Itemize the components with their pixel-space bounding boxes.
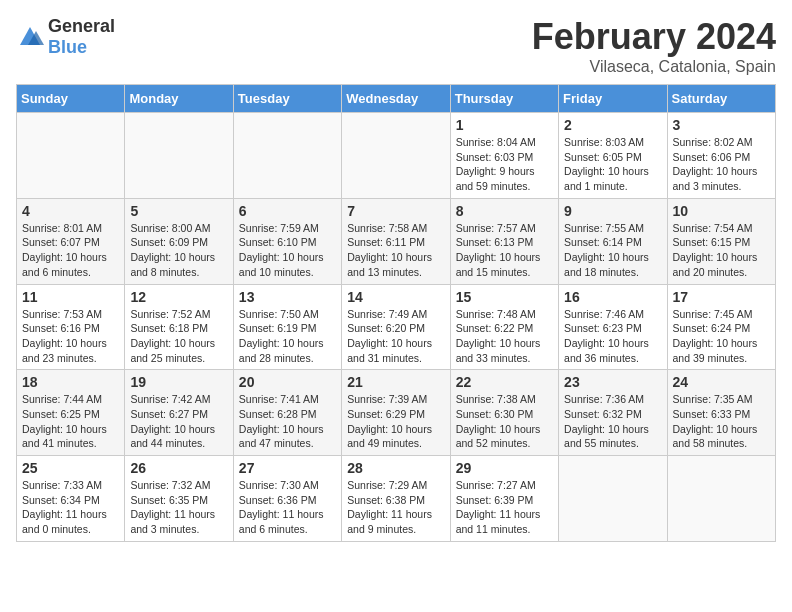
- day-info: Sunrise: 7:57 AM Sunset: 6:13 PM Dayligh…: [456, 221, 553, 280]
- header-cell-wednesday: Wednesday: [342, 85, 450, 113]
- week-row-1: 4Sunrise: 8:01 AM Sunset: 6:07 PM Daylig…: [17, 198, 776, 284]
- day-info: Sunrise: 7:50 AM Sunset: 6:19 PM Dayligh…: [239, 307, 336, 366]
- day-cell: 16Sunrise: 7:46 AM Sunset: 6:23 PM Dayli…: [559, 284, 667, 370]
- day-number: 3: [673, 117, 770, 133]
- day-info: Sunrise: 7:59 AM Sunset: 6:10 PM Dayligh…: [239, 221, 336, 280]
- day-cell: [559, 456, 667, 542]
- day-cell: 29Sunrise: 7:27 AM Sunset: 6:39 PM Dayli…: [450, 456, 558, 542]
- day-cell: 3Sunrise: 8:02 AM Sunset: 6:06 PM Daylig…: [667, 113, 775, 199]
- day-number: 20: [239, 374, 336, 390]
- header-cell-tuesday: Tuesday: [233, 85, 341, 113]
- day-info: Sunrise: 7:30 AM Sunset: 6:36 PM Dayligh…: [239, 478, 336, 537]
- day-cell: [667, 456, 775, 542]
- day-cell: 24Sunrise: 7:35 AM Sunset: 6:33 PM Dayli…: [667, 370, 775, 456]
- header-row: SundayMondayTuesdayWednesdayThursdayFrid…: [17, 85, 776, 113]
- day-cell: 5Sunrise: 8:00 AM Sunset: 6:09 PM Daylig…: [125, 198, 233, 284]
- day-info: Sunrise: 7:55 AM Sunset: 6:14 PM Dayligh…: [564, 221, 661, 280]
- day-cell: 7Sunrise: 7:58 AM Sunset: 6:11 PM Daylig…: [342, 198, 450, 284]
- day-info: Sunrise: 7:53 AM Sunset: 6:16 PM Dayligh…: [22, 307, 119, 366]
- day-cell: 21Sunrise: 7:39 AM Sunset: 6:29 PM Dayli…: [342, 370, 450, 456]
- day-info: Sunrise: 8:01 AM Sunset: 6:07 PM Dayligh…: [22, 221, 119, 280]
- day-info: Sunrise: 7:42 AM Sunset: 6:27 PM Dayligh…: [130, 392, 227, 451]
- day-cell: 14Sunrise: 7:49 AM Sunset: 6:20 PM Dayli…: [342, 284, 450, 370]
- day-info: Sunrise: 7:54 AM Sunset: 6:15 PM Dayligh…: [673, 221, 770, 280]
- day-number: 16: [564, 289, 661, 305]
- day-number: 6: [239, 203, 336, 219]
- day-number: 27: [239, 460, 336, 476]
- week-row-4: 25Sunrise: 7:33 AM Sunset: 6:34 PM Dayli…: [17, 456, 776, 542]
- day-number: 9: [564, 203, 661, 219]
- day-number: 10: [673, 203, 770, 219]
- day-cell: 4Sunrise: 8:01 AM Sunset: 6:07 PM Daylig…: [17, 198, 125, 284]
- day-info: Sunrise: 7:39 AM Sunset: 6:29 PM Dayligh…: [347, 392, 444, 451]
- day-cell: 19Sunrise: 7:42 AM Sunset: 6:27 PM Dayli…: [125, 370, 233, 456]
- day-cell: 11Sunrise: 7:53 AM Sunset: 6:16 PM Dayli…: [17, 284, 125, 370]
- day-cell: 10Sunrise: 7:54 AM Sunset: 6:15 PM Dayli…: [667, 198, 775, 284]
- day-cell: [342, 113, 450, 199]
- main-title: February 2024: [532, 16, 776, 58]
- day-number: 4: [22, 203, 119, 219]
- day-number: 12: [130, 289, 227, 305]
- header: General Blue February 2024 Vilaseca, Cat…: [16, 16, 776, 76]
- day-cell: 13Sunrise: 7:50 AM Sunset: 6:19 PM Dayli…: [233, 284, 341, 370]
- day-info: Sunrise: 7:36 AM Sunset: 6:32 PM Dayligh…: [564, 392, 661, 451]
- logo: General Blue: [16, 16, 115, 58]
- day-number: 22: [456, 374, 553, 390]
- header-cell-friday: Friday: [559, 85, 667, 113]
- header-cell-sunday: Sunday: [17, 85, 125, 113]
- day-cell: 12Sunrise: 7:52 AM Sunset: 6:18 PM Dayli…: [125, 284, 233, 370]
- day-cell: 25Sunrise: 7:33 AM Sunset: 6:34 PM Dayli…: [17, 456, 125, 542]
- day-info: Sunrise: 7:44 AM Sunset: 6:25 PM Dayligh…: [22, 392, 119, 451]
- day-info: Sunrise: 7:27 AM Sunset: 6:39 PM Dayligh…: [456, 478, 553, 537]
- day-cell: 17Sunrise: 7:45 AM Sunset: 6:24 PM Dayli…: [667, 284, 775, 370]
- day-info: Sunrise: 7:41 AM Sunset: 6:28 PM Dayligh…: [239, 392, 336, 451]
- day-info: Sunrise: 7:29 AM Sunset: 6:38 PM Dayligh…: [347, 478, 444, 537]
- day-info: Sunrise: 7:46 AM Sunset: 6:23 PM Dayligh…: [564, 307, 661, 366]
- day-info: Sunrise: 7:33 AM Sunset: 6:34 PM Dayligh…: [22, 478, 119, 537]
- day-cell: 9Sunrise: 7:55 AM Sunset: 6:14 PM Daylig…: [559, 198, 667, 284]
- week-row-0: 1Sunrise: 8:04 AM Sunset: 6:03 PM Daylig…: [17, 113, 776, 199]
- day-number: 25: [22, 460, 119, 476]
- day-number: 13: [239, 289, 336, 305]
- day-info: Sunrise: 8:04 AM Sunset: 6:03 PM Dayligh…: [456, 135, 553, 194]
- logo-text: General Blue: [48, 16, 115, 58]
- day-number: 15: [456, 289, 553, 305]
- header-cell-saturday: Saturday: [667, 85, 775, 113]
- subtitle: Vilaseca, Catalonia, Spain: [532, 58, 776, 76]
- day-info: Sunrise: 8:03 AM Sunset: 6:05 PM Dayligh…: [564, 135, 661, 194]
- day-info: Sunrise: 7:48 AM Sunset: 6:22 PM Dayligh…: [456, 307, 553, 366]
- day-cell: 28Sunrise: 7:29 AM Sunset: 6:38 PM Dayli…: [342, 456, 450, 542]
- day-number: 26: [130, 460, 227, 476]
- day-info: Sunrise: 7:32 AM Sunset: 6:35 PM Dayligh…: [130, 478, 227, 537]
- day-info: Sunrise: 8:02 AM Sunset: 6:06 PM Dayligh…: [673, 135, 770, 194]
- header-cell-monday: Monday: [125, 85, 233, 113]
- week-row-3: 18Sunrise: 7:44 AM Sunset: 6:25 PM Dayli…: [17, 370, 776, 456]
- logo-icon: [16, 23, 44, 51]
- day-number: 7: [347, 203, 444, 219]
- day-info: Sunrise: 7:38 AM Sunset: 6:30 PM Dayligh…: [456, 392, 553, 451]
- header-cell-thursday: Thursday: [450, 85, 558, 113]
- day-cell: 8Sunrise: 7:57 AM Sunset: 6:13 PM Daylig…: [450, 198, 558, 284]
- day-cell: 18Sunrise: 7:44 AM Sunset: 6:25 PM Dayli…: [17, 370, 125, 456]
- day-cell: 27Sunrise: 7:30 AM Sunset: 6:36 PM Dayli…: [233, 456, 341, 542]
- day-info: Sunrise: 7:45 AM Sunset: 6:24 PM Dayligh…: [673, 307, 770, 366]
- day-number: 17: [673, 289, 770, 305]
- day-number: 21: [347, 374, 444, 390]
- week-row-2: 11Sunrise: 7:53 AM Sunset: 6:16 PM Dayli…: [17, 284, 776, 370]
- day-number: 14: [347, 289, 444, 305]
- day-info: Sunrise: 8:00 AM Sunset: 6:09 PM Dayligh…: [130, 221, 227, 280]
- day-info: Sunrise: 7:35 AM Sunset: 6:33 PM Dayligh…: [673, 392, 770, 451]
- day-info: Sunrise: 7:52 AM Sunset: 6:18 PM Dayligh…: [130, 307, 227, 366]
- day-number: 23: [564, 374, 661, 390]
- day-cell: 20Sunrise: 7:41 AM Sunset: 6:28 PM Dayli…: [233, 370, 341, 456]
- day-cell: [125, 113, 233, 199]
- day-number: 19: [130, 374, 227, 390]
- calendar-table: SundayMondayTuesdayWednesdayThursdayFrid…: [16, 84, 776, 542]
- day-cell: 23Sunrise: 7:36 AM Sunset: 6:32 PM Dayli…: [559, 370, 667, 456]
- day-number: 11: [22, 289, 119, 305]
- day-number: 1: [456, 117, 553, 133]
- logo-blue: Blue: [48, 37, 87, 57]
- day-info: Sunrise: 7:58 AM Sunset: 6:11 PM Dayligh…: [347, 221, 444, 280]
- day-cell: [17, 113, 125, 199]
- day-number: 28: [347, 460, 444, 476]
